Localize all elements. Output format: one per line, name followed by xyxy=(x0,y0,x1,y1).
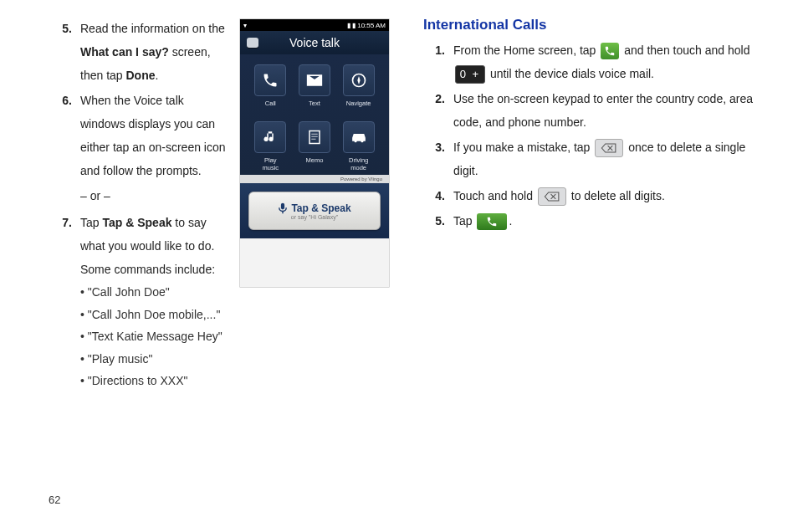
bold-text: Tap & Speak xyxy=(102,216,171,229)
intl-step-4-text: Touch and hold to delete all digits. xyxy=(453,184,765,207)
intl-step-5: 5. Tap . xyxy=(423,209,765,233)
zero-plus-key-icon: 0 + xyxy=(455,65,485,84)
status-left: ▾ xyxy=(243,22,247,29)
intl-step-4: 4. Touch and hold to delete all digits. xyxy=(423,184,765,207)
text: Tap xyxy=(80,216,102,229)
intl-step-3: 3. If you make a mistake, tap once to de… xyxy=(423,136,765,182)
compass-icon xyxy=(343,64,375,96)
voice-talk-grid: Call Text Navigate xyxy=(240,54,389,175)
bullet: • "Call John Doe mobile,..." xyxy=(80,304,226,326)
intl-step-5-text: Tap . xyxy=(453,209,765,233)
text: Tap xyxy=(453,214,475,228)
text: and then touch and hold xyxy=(624,43,749,57)
bullet: • "Text Katie Message Hey" xyxy=(80,325,226,348)
tap-speak-sub: or say "Hi Galaxy" xyxy=(291,214,338,220)
tile-play-music[interactable]: Play music xyxy=(254,121,286,170)
status-time: 10:55 AM xyxy=(357,22,386,29)
text: . xyxy=(156,69,159,82)
intl-step-1-text: From the Home screen, tap and then touch… xyxy=(453,38,765,85)
battery-icon: ▮ xyxy=(352,22,356,29)
bullets: • "Call John Doe" • "Call John Doe mobil… xyxy=(80,281,226,392)
text: Touch and hold xyxy=(453,189,536,202)
text: until the device dials voice mail. xyxy=(490,67,654,80)
step-6-num: 6. xyxy=(50,89,72,209)
backspace-icon xyxy=(538,187,566,206)
intl-step-4-num: 4. xyxy=(423,184,445,207)
tap-speak-label: Tap & Speak xyxy=(291,202,350,214)
step-5-text: Read the information on the What can I s… xyxy=(80,17,226,87)
step-5-num: 5. xyxy=(50,17,72,87)
step-7-num: 7. xyxy=(50,211,72,392)
text: . xyxy=(509,214,512,228)
bold-text: Done xyxy=(126,69,156,82)
bullet: • "Play music" xyxy=(80,348,226,371)
text: From the Home screen, tap xyxy=(453,43,599,57)
page: 5. Read the information on the What can … xyxy=(0,0,798,394)
bullet: • "Call John Doe" xyxy=(80,281,226,304)
intl-step-2-num: 2. xyxy=(423,87,445,134)
tap-speak-area: Tap & Speak or say "Hi Galaxy" xyxy=(240,183,389,238)
memo-icon xyxy=(299,121,330,153)
step-6: 6. When the Voice talk windows displays … xyxy=(50,89,226,209)
text: to delete all digits. xyxy=(571,189,665,202)
backspace-icon xyxy=(595,139,623,157)
page-number: 62 xyxy=(49,494,60,506)
text: Read the information on the xyxy=(80,22,225,35)
intl-step-3-num: 3. xyxy=(423,136,445,182)
signal-icon: ▮ xyxy=(347,22,350,29)
call-button-icon xyxy=(477,213,507,230)
car-icon xyxy=(343,121,375,153)
envelope-icon xyxy=(299,64,330,96)
voice-talk-title-bar: Voice talk xyxy=(240,31,389,54)
microphone-icon xyxy=(278,202,288,214)
svg-rect-1 xyxy=(309,131,320,144)
phone-screenshot: ▾ ▮ ▮ 10:55 AM Voice talk Call xyxy=(239,18,390,288)
intl-step-2-text: Use the on-screen keypad to enter the co… xyxy=(453,87,765,134)
left-text: 5. Read the information on the What can … xyxy=(50,17,226,394)
tile-memo-label: Memo xyxy=(306,156,324,170)
tap-speak-main: Tap & Speak xyxy=(278,202,350,214)
status-bar: ▾ ▮ ▮ 10:55 AM xyxy=(240,19,389,31)
tile-driving-mode-label: Driving mode xyxy=(349,156,368,170)
step-5: 5. Read the information on the What can … xyxy=(50,17,226,87)
step-6-text: When the Voice talk windows displays you… xyxy=(80,89,226,209)
music-note-icon xyxy=(254,121,286,153)
tile-navigate-label: Navigate xyxy=(346,100,371,113)
tile-play-music-label: Play music xyxy=(263,156,279,170)
tile-driving-mode[interactable]: Driving mode xyxy=(343,121,375,170)
left-column: 5. Read the information on the What can … xyxy=(50,17,390,394)
speech-bubble-icon xyxy=(247,38,258,48)
right-column: International Calls 1. From the Home scr… xyxy=(423,17,765,394)
tile-text[interactable]: Text xyxy=(299,64,330,113)
intl-step-5-num: 5. xyxy=(423,209,445,233)
tile-call[interactable]: Call xyxy=(254,64,286,113)
tile-call-label: Call xyxy=(265,100,276,113)
signal-icon: ▾ xyxy=(243,22,247,29)
international-calls-heading: International Calls xyxy=(423,17,765,33)
phone-icon xyxy=(601,43,619,59)
tile-navigate[interactable]: Navigate xyxy=(343,64,375,113)
phone-icon xyxy=(254,64,286,96)
powered-by: Powered by Vlingo xyxy=(240,175,389,183)
or-text: – or – xyxy=(80,184,226,207)
step-7-text: Tap Tap & Speak to say what you would li… xyxy=(80,211,226,392)
bold-text: What can I say? xyxy=(80,45,169,59)
text: When the Voice talk windows displays you… xyxy=(80,94,226,177)
intl-step-1: 1. From the Home screen, tap and then to… xyxy=(423,38,765,85)
intl-step-2: 2. Use the on-screen keypad to enter the… xyxy=(423,87,765,134)
text: If you make a mistake, tap xyxy=(453,141,593,154)
tile-text-label: Text xyxy=(309,100,320,113)
voice-talk-title: Voice talk xyxy=(289,36,340,49)
tap-speak-button[interactable]: Tap & Speak or say "Hi Galaxy" xyxy=(248,192,381,230)
intl-step-3-text: If you make a mistake, tap once to delet… xyxy=(453,136,765,182)
step-7: 7. Tap Tap & Speak to say what you would… xyxy=(50,211,226,392)
intl-step-1-num: 1. xyxy=(423,38,445,85)
tile-memo[interactable]: Memo xyxy=(299,121,330,170)
bullet: • "Directions to XXX" xyxy=(80,370,226,392)
